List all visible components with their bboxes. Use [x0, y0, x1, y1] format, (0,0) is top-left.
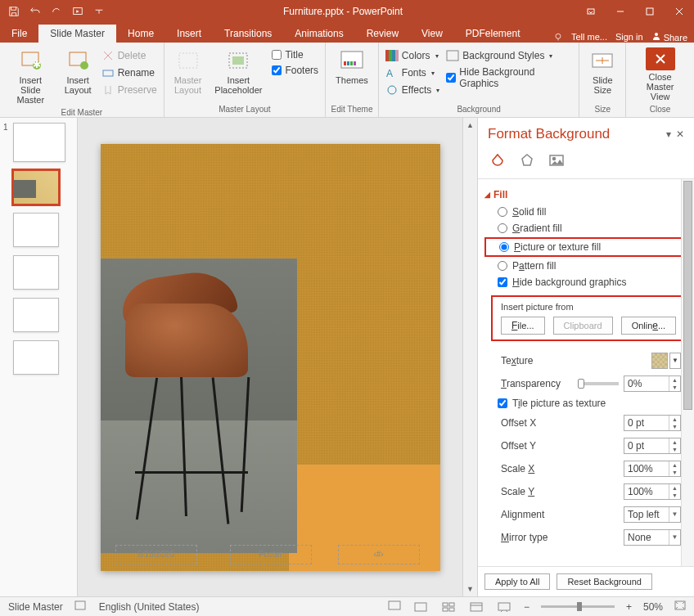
gradient-fill-radio[interactable]: Gradient fill: [484, 220, 684, 236]
tab-transitions[interactable]: Transitions: [213, 25, 283, 43]
file-button[interactable]: File...: [501, 317, 545, 335]
footers-checkbox[interactable]: Footers: [270, 63, 320, 78]
share-link[interactable]: Share: [651, 31, 687, 43]
title-checkbox[interactable]: Title: [270, 47, 320, 62]
zoom-slider[interactable]: [541, 605, 615, 608]
close-master-view-button[interactable]: Close Master View: [631, 44, 689, 105]
editor-scrollbar[interactable]: ▲ ▼: [462, 118, 477, 596]
undo-icon[interactable]: [25, 1, 46, 22]
transparency-value[interactable]: 0%: [624, 378, 669, 389]
tab-file[interactable]: File: [0, 25, 38, 43]
tile-picture-checkbox[interactable]: Tile picture as texture: [484, 395, 684, 411]
solid-fill-radio[interactable]: Solid fill: [484, 204, 684, 220]
sorter-view-icon[interactable]: [440, 600, 457, 614]
apply-to-all-button[interactable]: Apply to All: [484, 573, 550, 590]
insert-slide-master-button[interactable]: ✱ Insert Slide Master: [5, 44, 56, 108]
chair-image[interactable]: [101, 259, 297, 553]
spellcheck-icon[interactable]: [74, 600, 88, 614]
pane-scrollbar[interactable]: [681, 179, 694, 566]
offset-y-spinner[interactable]: ▲▼: [669, 438, 680, 453]
offset-x-value[interactable]: 0 pt: [624, 417, 669, 429]
texture-dropdown-icon[interactable]: ▼: [669, 353, 681, 369]
tab-home[interactable]: Home: [116, 25, 165, 43]
thumb-layout-4[interactable]: [13, 298, 59, 332]
scale-y-spinner[interactable]: ▲▼: [669, 484, 680, 499]
background-styles-button[interactable]: Background Styles▾: [444, 47, 574, 64]
tab-review[interactable]: Review: [355, 25, 410, 43]
zoom-level[interactable]: 50%: [643, 601, 663, 613]
redo-icon[interactable]: [46, 1, 67, 22]
notes-button[interactable]: [388, 600, 401, 613]
colors-button[interactable]: Colors▾: [384, 47, 441, 64]
themes-icon: [339, 47, 365, 74]
pane-tab-effects[interactable]: [517, 151, 537, 170]
transparency-spinner[interactable]: ▲▼: [669, 376, 680, 391]
fill-section-header[interactable]: ◢Fill: [484, 186, 684, 204]
online-button[interactable]: Online...: [621, 317, 677, 335]
footer-placeholder[interactable]: Footer: [230, 545, 312, 564]
maximize-icon[interactable]: [635, 0, 665, 23]
thumb-layout-3[interactable]: [13, 255, 59, 290]
alignment-dropdown[interactable]: Top left▼: [624, 506, 681, 523]
slide-canvas[interactable]: 5/15/2020 Footer ‹#›: [101, 144, 440, 571]
save-icon[interactable]: [3, 1, 25, 22]
minimize-icon[interactable]: [606, 0, 635, 23]
thumb-layout-5[interactable]: [13, 340, 59, 375]
tab-pdfelement[interactable]: PDFelement: [454, 25, 532, 43]
reset-background-button[interactable]: Reset Background: [557, 573, 652, 590]
hide-bg-graphics-pane-checkbox[interactable]: Hide background graphics: [484, 274, 684, 290]
insert-placeholder-button[interactable]: Insert Placeholder: [210, 44, 267, 98]
pane-tab-fill[interactable]: [488, 151, 507, 170]
normal-view-icon[interactable]: [412, 600, 429, 614]
scale-y-value[interactable]: 100%: [624, 486, 669, 497]
texture-swatch[interactable]: [651, 353, 668, 369]
scale-x-spinner[interactable]: ▲▼: [669, 461, 680, 476]
tell-me-link[interactable]: Tell me...: [571, 32, 607, 42]
thumbnail-pane[interactable]: 1: [0, 118, 78, 596]
insert-layout-button[interactable]: Insert Layout: [60, 44, 97, 98]
slide-editor[interactable]: 5/15/2020 Footer ‹#›: [78, 118, 462, 596]
thumb-layout-1[interactable]: [13, 170, 59, 205]
mirror-dropdown[interactable]: None▼: [624, 529, 681, 546]
sign-in-link[interactable]: Sign in: [615, 32, 643, 42]
pane-tab-picture[interactable]: [547, 151, 566, 170]
tab-animations[interactable]: Animations: [283, 25, 354, 43]
pattern-fill-radio[interactable]: Pattern fill: [484, 258, 684, 274]
status-view: Slide Master: [8, 601, 63, 613]
themes-button[interactable]: Themes: [331, 44, 373, 88]
effects-button[interactable]: Effects▾: [384, 82, 441, 98]
tab-slide-master[interactable]: Slide Master: [38, 25, 116, 43]
fit-to-window-icon[interactable]: [674, 600, 686, 613]
scale-x-value[interactable]: 100%: [624, 463, 669, 474]
pane-close-icon[interactable]: ✕: [676, 128, 684, 140]
status-language[interactable]: English (United States): [99, 601, 200, 613]
slide-number-placeholder[interactable]: ‹#›: [338, 545, 420, 564]
pane-menu-icon[interactable]: ▾: [666, 128, 671, 140]
start-from-beginning-icon[interactable]: [67, 1, 88, 22]
thumb-master[interactable]: [13, 123, 65, 162]
tab-insert[interactable]: Insert: [165, 25, 213, 43]
fonts-button[interactable]: AFonts▾: [384, 65, 441, 81]
picture-texture-fill-radio[interactable]: Picture or texture fill: [488, 239, 681, 255]
hide-bg-graphics-checkbox[interactable]: Hide Background Graphics: [444, 65, 574, 91]
scroll-down-icon[interactable]: ▼: [463, 582, 477, 596]
svg-point-37: [553, 158, 556, 160]
rename-button[interactable]: Rename: [100, 65, 159, 81]
transparency-slider[interactable]: [578, 382, 619, 385]
slide-size-button[interactable]: Slide Size: [584, 44, 620, 98]
zoom-in-button[interactable]: +: [626, 601, 632, 613]
svg-point-8: [655, 33, 658, 36]
scroll-up-icon[interactable]: ▲: [463, 118, 477, 133]
offset-x-spinner[interactable]: ▲▼: [669, 416, 680, 430]
zoom-out-button[interactable]: −: [524, 601, 530, 613]
group-label-master-layout: Master Layout: [169, 105, 320, 115]
qat-customize-icon[interactable]: [88, 1, 110, 22]
reading-view-icon[interactable]: [468, 600, 484, 614]
close-window-icon[interactable]: [665, 0, 694, 23]
slideshow-view-icon[interactable]: [496, 600, 512, 614]
offset-y-value[interactable]: 0 pt: [624, 440, 669, 452]
tab-view[interactable]: View: [410, 25, 454, 43]
thumb-layout-2[interactable]: [13, 213, 59, 247]
ribbon-options-icon[interactable]: [576, 0, 606, 23]
date-placeholder[interactable]: 5/15/2020: [115, 545, 197, 564]
